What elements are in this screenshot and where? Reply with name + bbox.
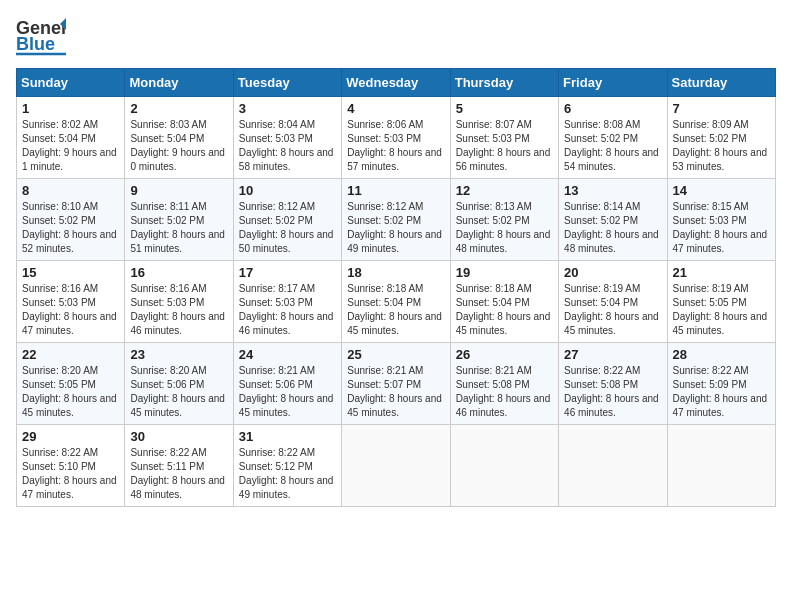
day-info: Sunrise: 8:19 AMSunset: 5:04 PMDaylight:… — [564, 282, 661, 338]
day-info: Sunrise: 8:18 AMSunset: 5:04 PMDaylight:… — [347, 282, 444, 338]
calendar-cell: 24Sunrise: 8:21 AMSunset: 5:06 PMDayligh… — [233, 343, 341, 425]
calendar-cell: 18Sunrise: 8:18 AMSunset: 5:04 PMDayligh… — [342, 261, 450, 343]
day-number: 19 — [456, 265, 553, 280]
day-number: 7 — [673, 101, 770, 116]
calendar-cell: 31Sunrise: 8:22 AMSunset: 5:12 PMDayligh… — [233, 425, 341, 507]
day-number: 13 — [564, 183, 661, 198]
day-number: 28 — [673, 347, 770, 362]
weekday-header: Saturday — [667, 69, 775, 97]
day-number: 6 — [564, 101, 661, 116]
calendar-week-row: 29Sunrise: 8:22 AMSunset: 5:10 PMDayligh… — [17, 425, 776, 507]
day-number: 9 — [130, 183, 227, 198]
calendar-cell: 27Sunrise: 8:22 AMSunset: 5:08 PMDayligh… — [559, 343, 667, 425]
weekday-header: Friday — [559, 69, 667, 97]
calendar-cell: 10Sunrise: 8:12 AMSunset: 5:02 PMDayligh… — [233, 179, 341, 261]
calendar-cell: 8Sunrise: 8:10 AMSunset: 5:02 PMDaylight… — [17, 179, 125, 261]
day-number: 26 — [456, 347, 553, 362]
day-number: 11 — [347, 183, 444, 198]
logo: General Blue — [16, 16, 66, 58]
day-number: 8 — [22, 183, 119, 198]
calendar-cell: 1Sunrise: 8:02 AMSunset: 5:04 PMDaylight… — [17, 97, 125, 179]
day-info: Sunrise: 8:22 AMSunset: 5:12 PMDaylight:… — [239, 446, 336, 502]
day-number: 15 — [22, 265, 119, 280]
calendar-cell: 12Sunrise: 8:13 AMSunset: 5:02 PMDayligh… — [450, 179, 558, 261]
calendar-cell: 9Sunrise: 8:11 AMSunset: 5:02 PMDaylight… — [125, 179, 233, 261]
calendar-cell: 4Sunrise: 8:06 AMSunset: 5:03 PMDaylight… — [342, 97, 450, 179]
day-number: 2 — [130, 101, 227, 116]
calendar-cell: 22Sunrise: 8:20 AMSunset: 5:05 PMDayligh… — [17, 343, 125, 425]
calendar-cell: 25Sunrise: 8:21 AMSunset: 5:07 PMDayligh… — [342, 343, 450, 425]
day-number: 5 — [456, 101, 553, 116]
calendar-table: SundayMondayTuesdayWednesdayThursdayFrid… — [16, 68, 776, 507]
day-number: 20 — [564, 265, 661, 280]
day-info: Sunrise: 8:15 AMSunset: 5:03 PMDaylight:… — [673, 200, 770, 256]
weekday-header: Tuesday — [233, 69, 341, 97]
day-number: 22 — [22, 347, 119, 362]
calendar-cell: 23Sunrise: 8:20 AMSunset: 5:06 PMDayligh… — [125, 343, 233, 425]
calendar-week-row: 15Sunrise: 8:16 AMSunset: 5:03 PMDayligh… — [17, 261, 776, 343]
day-number: 10 — [239, 183, 336, 198]
day-number: 4 — [347, 101, 444, 116]
day-number: 21 — [673, 265, 770, 280]
calendar-cell: 6Sunrise: 8:08 AMSunset: 5:02 PMDaylight… — [559, 97, 667, 179]
day-info: Sunrise: 8:22 AMSunset: 5:10 PMDaylight:… — [22, 446, 119, 502]
day-info: Sunrise: 8:09 AMSunset: 5:02 PMDaylight:… — [673, 118, 770, 174]
day-info: Sunrise: 8:21 AMSunset: 5:07 PMDaylight:… — [347, 364, 444, 420]
day-info: Sunrise: 8:03 AMSunset: 5:04 PMDaylight:… — [130, 118, 227, 174]
day-info: Sunrise: 8:22 AMSunset: 5:09 PMDaylight:… — [673, 364, 770, 420]
calendar-week-row: 22Sunrise: 8:20 AMSunset: 5:05 PMDayligh… — [17, 343, 776, 425]
day-info: Sunrise: 8:21 AMSunset: 5:08 PMDaylight:… — [456, 364, 553, 420]
page-header: General Blue — [16, 16, 776, 58]
day-info: Sunrise: 8:11 AMSunset: 5:02 PMDaylight:… — [130, 200, 227, 256]
calendar-cell: 15Sunrise: 8:16 AMSunset: 5:03 PMDayligh… — [17, 261, 125, 343]
calendar-cell: 29Sunrise: 8:22 AMSunset: 5:10 PMDayligh… — [17, 425, 125, 507]
weekday-header: Thursday — [450, 69, 558, 97]
calendar-cell: 30Sunrise: 8:22 AMSunset: 5:11 PMDayligh… — [125, 425, 233, 507]
calendar-cell: 5Sunrise: 8:07 AMSunset: 5:03 PMDaylight… — [450, 97, 558, 179]
calendar-cell: 17Sunrise: 8:17 AMSunset: 5:03 PMDayligh… — [233, 261, 341, 343]
day-info: Sunrise: 8:12 AMSunset: 5:02 PMDaylight:… — [347, 200, 444, 256]
calendar-cell: 3Sunrise: 8:04 AMSunset: 5:03 PMDaylight… — [233, 97, 341, 179]
day-number: 30 — [130, 429, 227, 444]
svg-text:Blue: Blue — [16, 34, 55, 54]
day-number: 24 — [239, 347, 336, 362]
day-info: Sunrise: 8:10 AMSunset: 5:02 PMDaylight:… — [22, 200, 119, 256]
day-info: Sunrise: 8:22 AMSunset: 5:11 PMDaylight:… — [130, 446, 227, 502]
calendar-cell: 16Sunrise: 8:16 AMSunset: 5:03 PMDayligh… — [125, 261, 233, 343]
day-number: 18 — [347, 265, 444, 280]
day-info: Sunrise: 8:20 AMSunset: 5:06 PMDaylight:… — [130, 364, 227, 420]
calendar-cell — [559, 425, 667, 507]
calendar-week-row: 8Sunrise: 8:10 AMSunset: 5:02 PMDaylight… — [17, 179, 776, 261]
calendar-cell: 2Sunrise: 8:03 AMSunset: 5:04 PMDaylight… — [125, 97, 233, 179]
weekday-header: Monday — [125, 69, 233, 97]
day-number: 16 — [130, 265, 227, 280]
day-number: 14 — [673, 183, 770, 198]
calendar-cell: 14Sunrise: 8:15 AMSunset: 5:03 PMDayligh… — [667, 179, 775, 261]
day-info: Sunrise: 8:22 AMSunset: 5:08 PMDaylight:… — [564, 364, 661, 420]
day-info: Sunrise: 8:20 AMSunset: 5:05 PMDaylight:… — [22, 364, 119, 420]
day-info: Sunrise: 8:02 AMSunset: 5:04 PMDaylight:… — [22, 118, 119, 174]
day-info: Sunrise: 8:08 AMSunset: 5:02 PMDaylight:… — [564, 118, 661, 174]
calendar-cell: 21Sunrise: 8:19 AMSunset: 5:05 PMDayligh… — [667, 261, 775, 343]
calendar-cell: 26Sunrise: 8:21 AMSunset: 5:08 PMDayligh… — [450, 343, 558, 425]
day-info: Sunrise: 8:16 AMSunset: 5:03 PMDaylight:… — [130, 282, 227, 338]
day-info: Sunrise: 8:07 AMSunset: 5:03 PMDaylight:… — [456, 118, 553, 174]
logo-icon: General Blue — [16, 16, 66, 58]
weekday-header: Sunday — [17, 69, 125, 97]
day-info: Sunrise: 8:16 AMSunset: 5:03 PMDaylight:… — [22, 282, 119, 338]
calendar-week-row: 1Sunrise: 8:02 AMSunset: 5:04 PMDaylight… — [17, 97, 776, 179]
day-number: 31 — [239, 429, 336, 444]
day-info: Sunrise: 8:17 AMSunset: 5:03 PMDaylight:… — [239, 282, 336, 338]
day-number: 25 — [347, 347, 444, 362]
day-number: 27 — [564, 347, 661, 362]
calendar-cell: 11Sunrise: 8:12 AMSunset: 5:02 PMDayligh… — [342, 179, 450, 261]
day-info: Sunrise: 8:19 AMSunset: 5:05 PMDaylight:… — [673, 282, 770, 338]
day-number: 23 — [130, 347, 227, 362]
calendar-cell: 13Sunrise: 8:14 AMSunset: 5:02 PMDayligh… — [559, 179, 667, 261]
weekday-header: Wednesday — [342, 69, 450, 97]
day-info: Sunrise: 8:13 AMSunset: 5:02 PMDaylight:… — [456, 200, 553, 256]
calendar-header-row: SundayMondayTuesdayWednesdayThursdayFrid… — [17, 69, 776, 97]
calendar-cell: 19Sunrise: 8:18 AMSunset: 5:04 PMDayligh… — [450, 261, 558, 343]
calendar-cell: 28Sunrise: 8:22 AMSunset: 5:09 PMDayligh… — [667, 343, 775, 425]
calendar-cell — [450, 425, 558, 507]
